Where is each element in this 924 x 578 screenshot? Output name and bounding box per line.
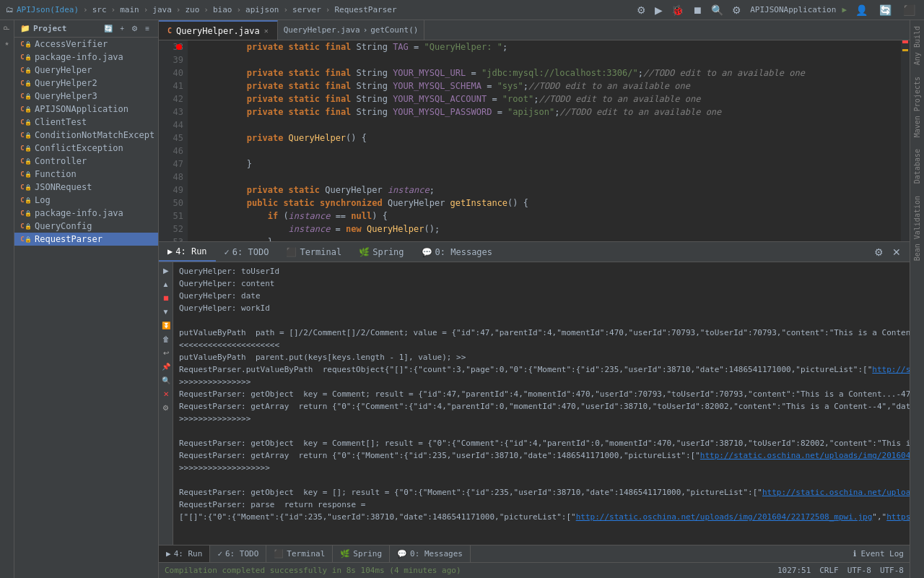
tree-item-label: APIJSONApplication (35, 104, 128, 114)
bs-tab-run[interactable]: ▶ 4: Run (159, 545, 210, 562)
bc-biao[interactable]: biao (213, 5, 232, 14)
tree-item-requestparser[interactable]: C🔒 RequestParser (14, 233, 158, 246)
status-encoding[interactable]: UTF-8 (847, 566, 871, 575)
search-icon[interactable]: 🔍 (708, 3, 726, 17)
tree-item-controller[interactable]: C🔒 Controller (14, 155, 158, 168)
bs-tab-messages[interactable]: 💬 0: Messages (390, 545, 471, 562)
right-panel-maven[interactable]: Maven Projects (913, 71, 921, 143)
editor-tab-queryhelper[interactable]: C QueryHelper.java ✕ (159, 20, 278, 40)
code-content[interactable]: private static final String TAG = "Query… (188, 40, 901, 241)
settings-icon[interactable]: ⚙ (729, 3, 744, 17)
bs-tab-spring[interactable]: 🌿 Spring (333, 545, 390, 562)
bc-apijson[interactable]: APIJson(Idea) (17, 5, 79, 14)
bs-terminal-icon: ⬛ (274, 549, 284, 558)
sidebar-settings-btn[interactable]: ⚙ (128, 23, 141, 34)
tree-item-label: JSONRequest (35, 182, 92, 192)
tree-item-label: QueryHelper (35, 65, 92, 75)
console-line-9: RequestParser.putValueByPath requestObje… (179, 363, 904, 376)
bc-zuo[interactable]: zuo (185, 5, 199, 14)
console-line-18 (179, 474, 904, 486)
console-pin-btn[interactable]: 📌 (159, 361, 173, 372)
spring-tab-icon: 🌿 (359, 247, 370, 257)
tree-item-log[interactable]: C🔒 Log (14, 194, 158, 207)
right-panel: Any Build Maven Projects Database Bean V… (910, 20, 924, 578)
bs-run-label: 4: Run (174, 549, 203, 558)
stop-icon[interactable]: ⏹ (689, 3, 705, 17)
console-error-btn[interactable]: ✕ (160, 389, 172, 400)
profile-icon[interactable]: 👤 (853, 3, 871, 17)
tree-item-conflict[interactable]: C🔒 ConflictException (14, 142, 158, 155)
bottom-tab-spring[interactable]: 🌿 Spring (350, 242, 412, 262)
bottom-settings-btn[interactable]: ⚙ (871, 245, 886, 259)
console-scroll-end-btn[interactable]: ⏬ (159, 320, 173, 331)
tab-icon: C (167, 27, 172, 35)
tree-item-clienttest[interactable]: C🔒 ClientTest (14, 116, 158, 129)
console-settings2-btn[interactable]: ⚙ (160, 402, 172, 413)
tree-item-queryhelper3[interactable]: C🔒 QueryHelper3 (14, 90, 158, 103)
console-clear-btn[interactable]: 🗑 (160, 334, 173, 345)
console-run-btn[interactable]: ▶ (160, 265, 172, 276)
right-panel-any-build[interactable]: Any Build (913, 20, 921, 71)
tree-item-queryhelper2[interactable]: C🔒 QueryHelper2 (14, 77, 158, 90)
maximize-icon[interactable]: ⬛ (900, 3, 918, 17)
console-filter-btn[interactable]: 🔍 (159, 375, 173, 386)
link-2[interactable]: http://static.oschina.net/uploads/img/20… (700, 451, 910, 460)
console-up-btn[interactable]: ▲ (160, 279, 173, 290)
bs-tab-terminal[interactable]: ⬛ Terminal (266, 545, 333, 562)
tree-item-condition[interactable]: C🔒 ConditionNotMatchExcept (14, 129, 158, 142)
build-icon[interactable]: ⚙ (634, 3, 649, 17)
console-down-btn[interactable]: ▼ (160, 306, 173, 317)
right-panel-bean[interactable]: Bean Validation (913, 190, 921, 267)
tree-item-queryhelper[interactable]: C🔒 QueryHelper (14, 64, 158, 77)
bc-src[interactable]: src (92, 5, 107, 14)
tree-item-apijsonapp[interactable]: C🔒 APIJSONApplication (14, 103, 158, 116)
bottom-content[interactable]: QueryHelper: toUserId QueryHelper: conte… (173, 262, 910, 545)
method-class: QueryHelper.java (284, 25, 360, 35)
code-line-40: private static final String YOUR_MYSQL_U… (188, 66, 901, 79)
tree-item-function[interactable]: C🔒 Function (14, 168, 158, 181)
tree-item-packageinfo1[interactable]: C🔒 package-info.java (14, 51, 158, 64)
link-5[interactable]: https://camo.github (886, 512, 910, 522)
bottom-tab-terminal[interactable]: ⬛ Terminal (277, 242, 350, 262)
sidebar: 📁 Project 🔄 + ⚙ ≡ C🔒 AccessVerifier C🔒 p… (14, 20, 159, 578)
console-stop-btn[interactable]: ⏹ (160, 293, 173, 303)
bottom-close-btn[interactable]: ✕ (889, 245, 904, 259)
right-panel-database[interactable]: Database (913, 143, 921, 189)
link-3[interactable]: http://static.oschina.net/uploads/img/20… (762, 488, 910, 497)
status-crlf[interactable]: CRLF (819, 566, 839, 575)
console-line-6: putValueByPath path = []/2/Comment[]/2/C… (179, 327, 904, 339)
bc-requestparser[interactable]: RequestParser (334, 5, 396, 14)
sidebar-menu-btn[interactable]: ≡ (142, 23, 152, 34)
bs-tab-todo[interactable]: ✓ 6: TODO (210, 545, 266, 562)
event-log-label[interactable]: ℹ Event Log (853, 549, 904, 558)
tree-item-label: QueryHelper2 (35, 78, 97, 88)
console-wrap-btn[interactable]: ↩ (160, 348, 172, 358)
debug-icon[interactable]: 🐞 (668, 3, 687, 17)
bottom-tab-messages[interactable]: 💬 0: Messages (413, 242, 501, 262)
run-icon[interactable]: ▶ (652, 3, 666, 17)
bottom-tab-todo[interactable]: ✓ 6: TODO (216, 242, 278, 262)
bottom-tab-run[interactable]: ▶ 4: Run (159, 242, 216, 262)
bc-java[interactable]: java (152, 5, 172, 14)
sidebar-add-btn[interactable]: + (117, 23, 127, 34)
sidebar-sync-btn[interactable]: 🔄 (101, 23, 116, 34)
editor-scrollbar[interactable] (901, 40, 910, 241)
bc-server[interactable]: server (292, 5, 321, 14)
tab-close-btn[interactable]: ✕ (264, 27, 269, 35)
tree-item-queryconfig[interactable]: C🔒 QueryConfig (14, 220, 158, 233)
code-line-53: } (188, 236, 901, 241)
status-bar: Compilation completed successfully in 8s… (159, 562, 910, 578)
link-4[interactable]: http://static.oschina.net/uploads/img/20… (576, 512, 873, 522)
bc-apijson2[interactable]: apijson (245, 5, 279, 14)
bs-messages-label: 0: Messages (410, 549, 463, 558)
tree-item-accessverifier[interactable]: C🔒 AccessVerifier (14, 38, 158, 51)
code-line-42: private static final String YOUR_MYSQL_A… (188, 92, 901, 105)
link-1[interactable]: http://static.oschina (872, 365, 910, 374)
app-run-btn[interactable]: ▶ (842, 5, 847, 14)
update-icon[interactable]: 🔄 (876, 3, 894, 17)
bc-main[interactable]: main (120, 5, 139, 14)
tree-item-jsonrequest[interactable]: C🔒 JSONRequest (14, 181, 158, 194)
tree-item-packageinfo2[interactable]: C🔒 package-info.java (14, 207, 158, 220)
status-position[interactable]: 1027:51 (777, 566, 811, 575)
bs-right: ℹ Event Log (853, 545, 910, 562)
